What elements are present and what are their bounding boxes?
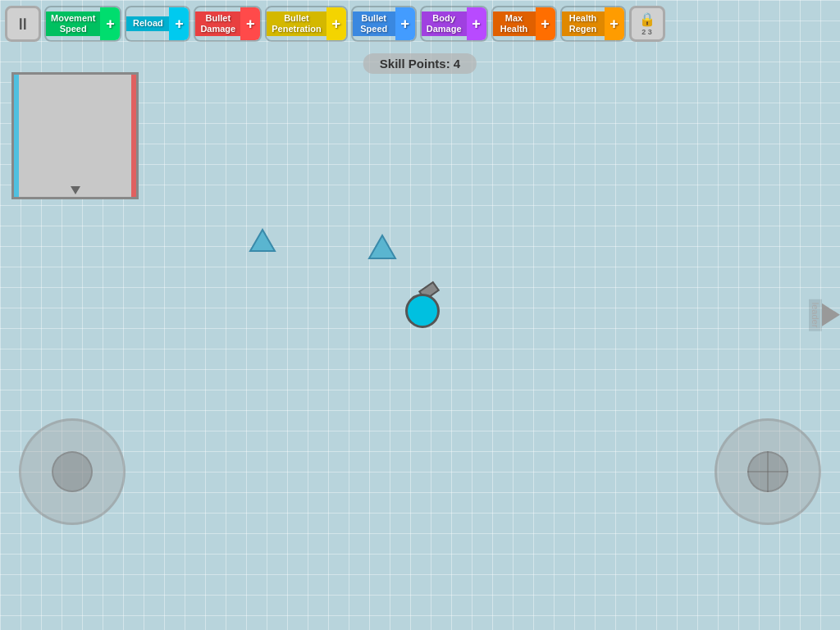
skill-btn-max-health[interactable]: MaxHealth +	[491, 6, 557, 42]
lock-button[interactable]: 🔒 2 3	[629, 6, 665, 42]
skill-btn-bullet-damage[interactable]: BulletDamage +	[194, 6, 262, 42]
pause-button[interactable]: ⏸	[5, 6, 41, 42]
minimap-arrow	[71, 186, 80, 194]
skill-btn-bullet-penetration[interactable]: BulletPenetration +	[265, 6, 348, 42]
left-joystick-knob	[52, 451, 93, 492]
skill-label-bullet-damage: BulletDamage	[195, 11, 240, 36]
minimap	[11, 72, 139, 199]
right-joystick[interactable]	[714, 418, 821, 525]
skill-btn-health-regen[interactable]: HealthRegen +	[560, 6, 626, 42]
skill-label-body-damage: BodyDamage	[422, 11, 467, 36]
leaderboard-arrow-icon[interactable]	[822, 304, 840, 326]
skill-plus-movement-speed[interactable]: +	[100, 6, 120, 42]
skill-points-label: Skill Points: 4	[363, 53, 477, 74]
skill-btn-reload[interactable]: Reload +	[125, 6, 190, 42]
svg-marker-1	[369, 235, 395, 258]
skill-plus-body-damage[interactable]: +	[467, 6, 486, 42]
enemy-triangle-1	[249, 228, 276, 253]
skill-plus-bullet-damage[interactable]: +	[240, 6, 260, 42]
skill-label-health-regen: HealthRegen	[562, 11, 605, 36]
minimap-red-border	[131, 75, 136, 197]
crosshair-v	[767, 451, 769, 492]
skill-label-reload: Reload	[126, 16, 169, 30]
skill-btn-body-damage[interactable]: BodyDamage +	[420, 6, 488, 42]
skill-label-max-health: MaxHealth	[493, 11, 536, 36]
lock-number: 2 3	[641, 28, 652, 36]
skill-points-bar: Skill Points: 4	[363, 53, 477, 74]
enemy-triangle-2	[368, 234, 397, 260]
leaderboard-toggle[interactable]: leader	[809, 299, 840, 331]
pause-icon: ⏸	[15, 15, 31, 34]
skill-label-movement-speed: MovementSpeed	[46, 11, 100, 36]
skill-plus-reload[interactable]: +	[169, 6, 189, 42]
skill-plus-bullet-speed[interactable]: +	[395, 6, 415, 42]
svg-marker-0	[250, 230, 275, 251]
minimap-blue-border	[14, 75, 19, 197]
skill-btn-movement-speed[interactable]: MovementSpeed +	[44, 6, 121, 42]
skill-label-bullet-penetration: BulletPenetration	[267, 11, 326, 36]
skill-buttons: MovementSpeed + Reload + BulletDamage + …	[44, 6, 626, 42]
lock-icon: 🔒	[639, 11, 655, 27]
tank-body	[405, 294, 440, 328]
skill-plus-health-regen[interactable]: +	[605, 6, 624, 42]
left-joystick[interactable]	[19, 418, 126, 525]
skill-label-bullet-speed: BulletSpeed	[353, 11, 395, 36]
leaderboard-label: leader	[809, 299, 822, 331]
skill-plus-bullet-penetration[interactable]: +	[326, 6, 346, 42]
skill-btn-bullet-speed[interactable]: BulletSpeed +	[351, 6, 417, 42]
skill-plus-max-health[interactable]: +	[536, 6, 555, 42]
top-bar: ⏸ MovementSpeed + Reload + BulletDamage …	[0, 0, 840, 48]
